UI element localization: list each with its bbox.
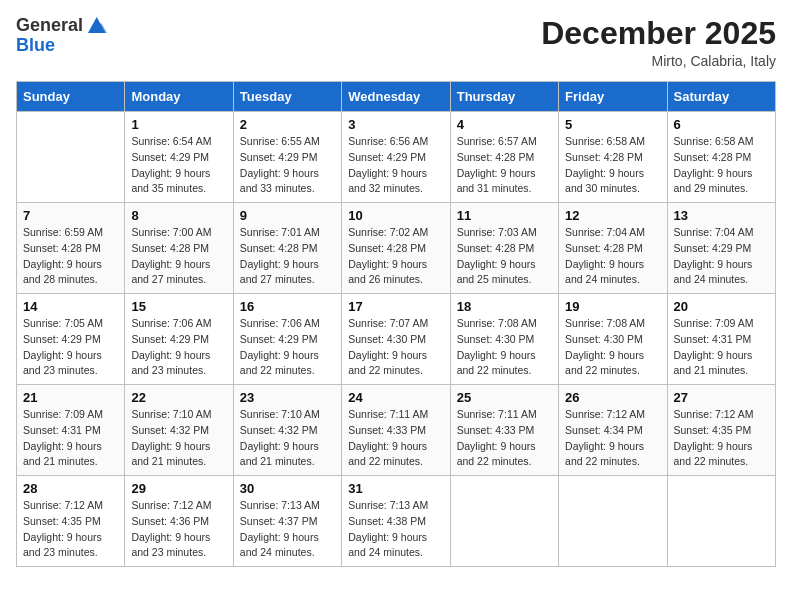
calendar-header-row: SundayMondayTuesdayWednesdayThursdayFrid…: [17, 82, 776, 112]
day-number: 21: [23, 390, 118, 405]
day-info: Sunrise: 7:08 AMSunset: 4:30 PMDaylight:…: [565, 316, 660, 379]
calendar-day-cell: 17 Sunrise: 7:07 AMSunset: 4:30 PMDaylig…: [342, 294, 450, 385]
day-number: 27: [674, 390, 769, 405]
day-info: Sunrise: 7:06 AMSunset: 4:29 PMDaylight:…: [131, 316, 226, 379]
day-info: Sunrise: 6:58 AMSunset: 4:28 PMDaylight:…: [674, 134, 769, 197]
calendar-day-cell: 7 Sunrise: 6:59 AMSunset: 4:28 PMDayligh…: [17, 203, 125, 294]
day-number: 18: [457, 299, 552, 314]
day-number: 7: [23, 208, 118, 223]
day-info: Sunrise: 6:55 AMSunset: 4:29 PMDaylight:…: [240, 134, 335, 197]
day-number: 28: [23, 481, 118, 496]
calendar-day-cell: 4 Sunrise: 6:57 AMSunset: 4:28 PMDayligh…: [450, 112, 558, 203]
calendar-day-cell: 19 Sunrise: 7:08 AMSunset: 4:30 PMDaylig…: [559, 294, 667, 385]
day-number: 30: [240, 481, 335, 496]
calendar-day-cell: 29 Sunrise: 7:12 AMSunset: 4:36 PMDaylig…: [125, 476, 233, 567]
day-of-week-header: Sunday: [17, 82, 125, 112]
calendar-day-cell: 18 Sunrise: 7:08 AMSunset: 4:30 PMDaylig…: [450, 294, 558, 385]
calendar-day-cell: 9 Sunrise: 7:01 AMSunset: 4:28 PMDayligh…: [233, 203, 341, 294]
calendar-day-cell: [450, 476, 558, 567]
calendar-day-cell: 21 Sunrise: 7:09 AMSunset: 4:31 PMDaylig…: [17, 385, 125, 476]
calendar-day-cell: 22 Sunrise: 7:10 AMSunset: 4:32 PMDaylig…: [125, 385, 233, 476]
day-number: 25: [457, 390, 552, 405]
day-info: Sunrise: 7:04 AMSunset: 4:29 PMDaylight:…: [674, 225, 769, 288]
day-number: 23: [240, 390, 335, 405]
day-number: 2: [240, 117, 335, 132]
calendar-day-cell: 14 Sunrise: 7:05 AMSunset: 4:29 PMDaylig…: [17, 294, 125, 385]
day-info: Sunrise: 7:09 AMSunset: 4:31 PMDaylight:…: [674, 316, 769, 379]
day-of-week-header: Tuesday: [233, 82, 341, 112]
day-info: Sunrise: 6:59 AMSunset: 4:28 PMDaylight:…: [23, 225, 118, 288]
day-info: Sunrise: 7:10 AMSunset: 4:32 PMDaylight:…: [131, 407, 226, 470]
day-number: 26: [565, 390, 660, 405]
title-block: December 2025 Mirto, Calabria, Italy: [541, 16, 776, 69]
logo-blue: Blue: [16, 36, 107, 56]
day-info: Sunrise: 7:12 AMSunset: 4:36 PMDaylight:…: [131, 498, 226, 561]
day-info: Sunrise: 7:13 AMSunset: 4:38 PMDaylight:…: [348, 498, 443, 561]
day-number: 31: [348, 481, 443, 496]
day-of-week-header: Saturday: [667, 82, 775, 112]
calendar-day-cell: 30 Sunrise: 7:13 AMSunset: 4:37 PMDaylig…: [233, 476, 341, 567]
calendar-day-cell: 6 Sunrise: 6:58 AMSunset: 4:28 PMDayligh…: [667, 112, 775, 203]
calendar-day-cell: 27 Sunrise: 7:12 AMSunset: 4:35 PMDaylig…: [667, 385, 775, 476]
calendar-week-row: 28 Sunrise: 7:12 AMSunset: 4:35 PMDaylig…: [17, 476, 776, 567]
day-info: Sunrise: 7:12 AMSunset: 4:35 PMDaylight:…: [674, 407, 769, 470]
day-number: 16: [240, 299, 335, 314]
page-header: General Blue December 2025 Mirto, Calabr…: [16, 16, 776, 69]
day-info: Sunrise: 6:56 AMSunset: 4:29 PMDaylight:…: [348, 134, 443, 197]
day-number: 17: [348, 299, 443, 314]
day-number: 6: [674, 117, 769, 132]
day-info: Sunrise: 7:07 AMSunset: 4:30 PMDaylight:…: [348, 316, 443, 379]
day-number: 24: [348, 390, 443, 405]
day-number: 3: [348, 117, 443, 132]
calendar-week-row: 7 Sunrise: 6:59 AMSunset: 4:28 PMDayligh…: [17, 203, 776, 294]
calendar-day-cell: 24 Sunrise: 7:11 AMSunset: 4:33 PMDaylig…: [342, 385, 450, 476]
logo: General Blue: [16, 16, 107, 56]
day-number: 9: [240, 208, 335, 223]
day-number: 12: [565, 208, 660, 223]
day-of-week-header: Wednesday: [342, 82, 450, 112]
month-title: December 2025: [541, 16, 776, 51]
calendar-day-cell: 16 Sunrise: 7:06 AMSunset: 4:29 PMDaylig…: [233, 294, 341, 385]
day-number: 15: [131, 299, 226, 314]
day-info: Sunrise: 7:00 AMSunset: 4:28 PMDaylight:…: [131, 225, 226, 288]
day-number: 8: [131, 208, 226, 223]
day-info: Sunrise: 7:05 AMSunset: 4:29 PMDaylight:…: [23, 316, 118, 379]
calendar-day-cell: 3 Sunrise: 6:56 AMSunset: 4:29 PMDayligh…: [342, 112, 450, 203]
day-number: 10: [348, 208, 443, 223]
day-of-week-header: Monday: [125, 82, 233, 112]
calendar-day-cell: 5 Sunrise: 6:58 AMSunset: 4:28 PMDayligh…: [559, 112, 667, 203]
calendar-day-cell: 8 Sunrise: 7:00 AMSunset: 4:28 PMDayligh…: [125, 203, 233, 294]
calendar-week-row: 14 Sunrise: 7:05 AMSunset: 4:29 PMDaylig…: [17, 294, 776, 385]
day-number: 11: [457, 208, 552, 223]
day-info: Sunrise: 7:04 AMSunset: 4:28 PMDaylight:…: [565, 225, 660, 288]
logo-icon: [85, 14, 107, 36]
day-info: Sunrise: 7:12 AMSunset: 4:35 PMDaylight:…: [23, 498, 118, 561]
logo-general: General: [16, 16, 83, 36]
day-number: 14: [23, 299, 118, 314]
day-number: 5: [565, 117, 660, 132]
calendar-day-cell: 20 Sunrise: 7:09 AMSunset: 4:31 PMDaylig…: [667, 294, 775, 385]
calendar-day-cell: 25 Sunrise: 7:11 AMSunset: 4:33 PMDaylig…: [450, 385, 558, 476]
day-of-week-header: Thursday: [450, 82, 558, 112]
calendar-day-cell: 13 Sunrise: 7:04 AMSunset: 4:29 PMDaylig…: [667, 203, 775, 294]
calendar-week-row: 21 Sunrise: 7:09 AMSunset: 4:31 PMDaylig…: [17, 385, 776, 476]
day-number: 29: [131, 481, 226, 496]
day-number: 20: [674, 299, 769, 314]
day-number: 4: [457, 117, 552, 132]
day-info: Sunrise: 7:13 AMSunset: 4:37 PMDaylight:…: [240, 498, 335, 561]
calendar-week-row: 1 Sunrise: 6:54 AMSunset: 4:29 PMDayligh…: [17, 112, 776, 203]
calendar-day-cell: [17, 112, 125, 203]
day-info: Sunrise: 6:57 AMSunset: 4:28 PMDaylight:…: [457, 134, 552, 197]
calendar-day-cell: 26 Sunrise: 7:12 AMSunset: 4:34 PMDaylig…: [559, 385, 667, 476]
day-info: Sunrise: 7:11 AMSunset: 4:33 PMDaylight:…: [457, 407, 552, 470]
calendar-day-cell: 28 Sunrise: 7:12 AMSunset: 4:35 PMDaylig…: [17, 476, 125, 567]
day-info: Sunrise: 6:54 AMSunset: 4:29 PMDaylight:…: [131, 134, 226, 197]
calendar-day-cell: 1 Sunrise: 6:54 AMSunset: 4:29 PMDayligh…: [125, 112, 233, 203]
day-info: Sunrise: 7:01 AMSunset: 4:28 PMDaylight:…: [240, 225, 335, 288]
day-number: 1: [131, 117, 226, 132]
day-info: Sunrise: 7:12 AMSunset: 4:34 PMDaylight:…: [565, 407, 660, 470]
day-number: 19: [565, 299, 660, 314]
day-info: Sunrise: 7:08 AMSunset: 4:30 PMDaylight:…: [457, 316, 552, 379]
day-info: Sunrise: 7:11 AMSunset: 4:33 PMDaylight:…: [348, 407, 443, 470]
calendar-day-cell: [559, 476, 667, 567]
